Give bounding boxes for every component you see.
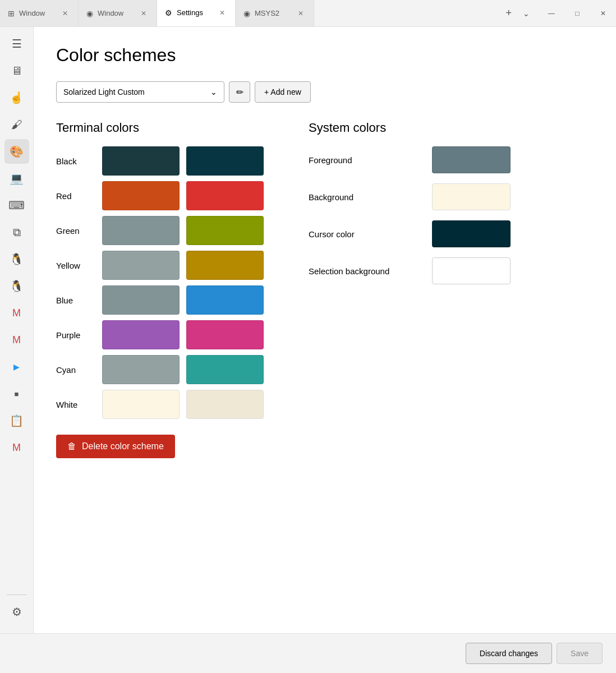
color-swatch-purple-1[interactable] xyxy=(102,320,180,349)
color-swatch-purple-2[interactable] xyxy=(186,320,264,349)
sys-color-swatch-background[interactable] xyxy=(432,183,511,210)
tab-window-2[interactable]: ◉ Window ✕ xyxy=(79,0,157,26)
color-label-blue: Blue xyxy=(56,296,95,305)
sys-color-row-background: Background xyxy=(309,183,511,210)
main-layout: ☰ 🖥 ☝ 🖌 🎨 💻 ⌨ ⧉ 🐧 🐧 M M ▶ ■ 📋 M ⚙ Color … xyxy=(0,27,616,633)
tab-msys2[interactable]: ◉ MSYS2 ✕ xyxy=(236,0,314,26)
color-swatch-white-1[interactable] xyxy=(102,390,180,419)
sys-color-row-foreground: Foreground xyxy=(309,146,511,173)
sidebar-item-keyboard[interactable]: ⌨ xyxy=(4,193,29,218)
terminal-colors-section: Terminal colors Black Red Green xyxy=(56,121,264,615)
tab-close-4[interactable]: ✕ xyxy=(296,8,306,19)
color-row-green: Green xyxy=(56,216,264,245)
sidebar-divider xyxy=(7,594,27,595)
color-swatch-white-2[interactable] xyxy=(186,390,264,419)
sys-color-swatch-cursor[interactable] xyxy=(432,220,511,247)
sidebar-item-brush[interactable]: 🖌 xyxy=(4,112,29,137)
color-swatch-green-2[interactable] xyxy=(186,216,264,245)
sys-color-swatch-foreground[interactable] xyxy=(432,146,511,173)
tab-close-1[interactable]: ✕ xyxy=(60,8,70,19)
color-row-red: Red xyxy=(56,181,264,210)
sidebar-item-laptop[interactable]: 💻 xyxy=(4,166,29,191)
scheme-dropdown[interactable]: Solarized Light Custom ⌄ xyxy=(56,81,224,103)
titlebar: ⊞ Window ✕ ◉ Window ✕ ⚙ Settings ✕ ◉ MSY… xyxy=(0,0,616,27)
sidebar-item-logo2[interactable]: M xyxy=(4,328,29,352)
sidebar-item-layers[interactable]: ⧉ xyxy=(4,220,29,245)
sidebar-item-logo3[interactable]: M xyxy=(4,435,29,460)
tab-settings[interactable]: ⚙ Settings ✕ xyxy=(157,0,236,26)
tab-list-button[interactable]: ⌄ xyxy=(518,7,534,20)
sidebar-item-linux1[interactable]: 🐧 xyxy=(4,247,29,271)
toolbar: Solarized Light Custom ⌄ ✏ + Add new xyxy=(56,81,594,103)
tab-icon-2: ◉ xyxy=(86,9,93,18)
add-new-button[interactable]: + Add new xyxy=(255,81,311,103)
tab-label-3: Settings xyxy=(177,8,203,17)
chevron-down-icon: ⌄ xyxy=(210,87,217,96)
tab-icon-4: ◉ xyxy=(243,9,250,18)
sys-color-label-background: Background xyxy=(309,192,421,202)
sidebar-item-planner[interactable]: 📋 xyxy=(4,408,29,433)
window-controls: — □ ✕ xyxy=(539,0,616,26)
save-button[interactable]: Save xyxy=(557,643,603,664)
color-label-cyan: Cyan xyxy=(56,365,95,375)
color-swatch-blue-1[interactable] xyxy=(102,285,180,315)
minimize-button[interactable]: — xyxy=(539,0,564,26)
color-label-purple: Purple xyxy=(56,330,95,340)
sys-color-row-selection: Selection background xyxy=(309,257,511,284)
add-new-label: + Add new xyxy=(264,87,301,96)
sidebar-bottom: ⚙ xyxy=(4,594,29,629)
sidebar-item-logo1[interactable]: M xyxy=(4,301,29,325)
tab-icon-3: ⚙ xyxy=(165,8,172,17)
rename-button[interactable]: ✏ xyxy=(229,81,250,103)
tab-window-1[interactable]: ⊞ Window ✕ xyxy=(0,0,79,26)
tab-strip: ⊞ Window ✕ ◉ Window ✕ ⚙ Settings ✕ ◉ MSY… xyxy=(0,0,497,26)
tab-close-3[interactable]: ✕ xyxy=(217,8,227,18)
color-label-white: White xyxy=(56,400,95,409)
bottom-bar: Discard changes Save xyxy=(0,633,616,673)
color-swatch-red-2[interactable] xyxy=(186,181,264,210)
close-button[interactable]: ✕ xyxy=(590,0,616,26)
color-swatch-green-1[interactable] xyxy=(102,216,180,245)
sys-color-swatch-selection[interactable] xyxy=(432,257,511,284)
tab-label-1: Window xyxy=(19,9,45,17)
color-swatch-red-1[interactable] xyxy=(102,181,180,210)
color-row-cyan: Cyan xyxy=(56,355,264,384)
sidebar-item-linux2[interactable]: 🐧 xyxy=(4,274,29,298)
content-area: Color schemes Solarized Light Custom ⌄ ✏… xyxy=(34,27,616,633)
color-swatch-blue-2[interactable] xyxy=(186,285,264,315)
system-colors-section: System colors Foreground Background Curs… xyxy=(309,121,511,615)
sys-color-label-selection: Selection background xyxy=(309,266,421,276)
delete-btn-label: Delete color scheme xyxy=(82,441,164,451)
sidebar-item-hamburger[interactable]: ☰ xyxy=(4,31,29,56)
color-swatch-black-1[interactable] xyxy=(102,146,180,176)
terminal-colors-title: Terminal colors xyxy=(56,121,264,135)
color-label-red: Red xyxy=(56,191,95,201)
sidebar-item-hand[interactable]: ☝ xyxy=(4,85,29,110)
tab-close-2[interactable]: ✕ xyxy=(139,8,149,19)
color-label-yellow: Yellow xyxy=(56,261,95,270)
new-tab-button[interactable]: + xyxy=(501,5,516,21)
system-colors-title: System colors xyxy=(309,121,511,135)
discard-changes-button[interactable]: Discard changes xyxy=(466,643,552,664)
color-swatch-black-2[interactable] xyxy=(186,146,264,176)
maximize-button[interactable]: □ xyxy=(564,0,590,26)
sidebar-item-monitor[interactable]: 🖥 xyxy=(4,58,29,83)
colors-container: Terminal colors Black Red Green xyxy=(56,121,594,615)
page-title: Color schemes xyxy=(56,45,594,66)
scheme-dropdown-value: Solarized Light Custom xyxy=(63,87,145,96)
delete-color-scheme-button[interactable]: 🗑 Delete color scheme xyxy=(56,435,175,458)
sidebar-item-terminal1[interactable]: ▶ xyxy=(4,354,29,379)
sys-color-label-foreground: Foreground xyxy=(309,155,421,165)
tab-label-4: MSYS2 xyxy=(255,9,279,17)
sidebar-item-terminal2[interactable]: ■ xyxy=(4,381,29,406)
rename-icon: ✏ xyxy=(236,87,243,98)
sidebar-item-settings[interactable]: ⚙ xyxy=(4,600,29,624)
color-swatch-cyan-1[interactable] xyxy=(102,355,180,384)
sys-color-label-cursor: Cursor color xyxy=(309,229,421,239)
sys-color-row-cursor: Cursor color xyxy=(309,220,511,247)
sidebar-item-palette[interactable]: 🎨 xyxy=(4,139,29,164)
color-swatch-cyan-2[interactable] xyxy=(186,355,264,384)
color-row-yellow: Yellow xyxy=(56,251,264,280)
color-swatch-yellow-1[interactable] xyxy=(102,251,180,280)
color-swatch-yellow-2[interactable] xyxy=(186,251,264,280)
